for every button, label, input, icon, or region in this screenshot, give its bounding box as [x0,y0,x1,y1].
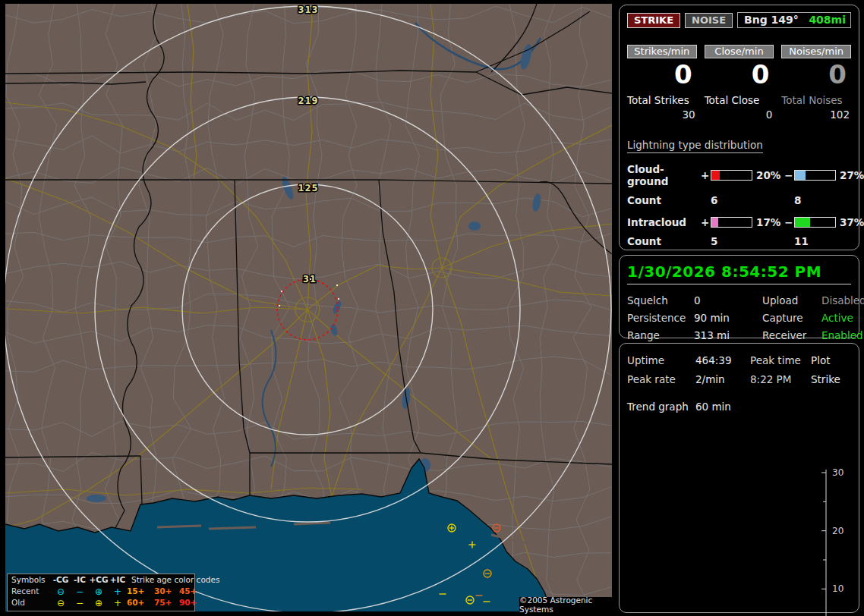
strike-map[interactable]: 31321912531 Symbols -CG -IC +CG +IC Stri… [5,4,612,611]
lake [468,222,481,231]
count-label: Count [627,235,711,247]
status-label: Receiver [762,329,821,341]
distribution-count-row: Count68 [627,194,851,206]
bar-fill [795,171,806,180]
bar-fill [711,218,718,227]
status-label: Persistence [627,312,694,324]
counter-label-button[interactable]: Close/min [705,45,774,58]
positive-count: 5 [711,235,794,247]
status-value: 313 mi [694,329,762,341]
pos-cg-symbol-icon: ⊕ [89,587,109,596]
status-label: Upload [762,294,821,306]
bearing-label: Bng 149° [744,14,799,26]
info-value: Strike [811,373,851,385]
neg-cg-symbol-icon: ⊖ [51,587,71,596]
pos-cg-symbol-icon: ⊕ [89,599,109,608]
plus-sign: + [701,216,711,228]
legend-col-pos-ic: +IC [109,574,127,586]
negative-percent: 37% [836,216,864,228]
counter-column: Close/min0Total Close0 [705,45,774,121]
neg-ic-symbol-icon: − [71,599,89,608]
positive-count: 6 [711,194,794,206]
info-label: 8:22 PM [750,373,811,385]
counter-value: 0 [705,61,774,88]
positive-percent: 17% [752,216,784,228]
positive-percent: 20% [752,169,784,181]
minus-sign: − [784,169,794,181]
plus-sign: + [701,169,711,181]
bearing-readout: Bng 149° 408mi [737,12,851,28]
status-label: Capture [762,312,821,324]
strike-dot [310,278,311,280]
status-label: Range [627,329,694,341]
info-label: Uptime [627,354,695,366]
chart-axes [630,470,826,616]
status-value: Disabled [821,294,864,306]
status-label: Squelch [627,294,694,306]
datetime-divider [627,284,851,284]
negative-percent-bar [794,170,836,181]
info-label: Peak rate [627,373,695,385]
negative-count: 8 [794,194,851,206]
age-code: 90+ [179,597,204,608]
status-value: Active [821,312,864,324]
ring-distance-label: 313 [298,5,318,15]
counter-column: Noises/min0Total Noises102 [781,45,851,121]
positive-percent-bar [711,217,752,228]
age-code: 60+ [127,597,154,608]
counter-label-button[interactable]: Noises/min [781,45,851,58]
lake [87,495,106,502]
total-value: 0 [705,108,774,121]
legend-row-label: Old [11,597,51,608]
total-label: Total Close [705,94,774,106]
distribution-row: Intracloud+17%−37% [627,216,851,228]
counter-value: 0 [627,61,697,88]
negative-count: 11 [794,235,851,247]
bar-fill [711,171,720,180]
info-grid: Uptime464:39Peak timePlotPeak rate2/min8… [627,354,851,385]
total-label: Total Strikes [627,94,697,106]
datetime-display: 1/30/2026 8:54:52 PM [627,262,851,281]
noise-button[interactable]: NOISE [685,13,733,28]
status-value: 0 [694,294,762,306]
map-canvas[interactable]: 31321912531 [5,4,612,611]
info-value: 2/min [695,373,750,385]
status-value: 90 min [694,312,762,324]
total-value: 30 [627,108,697,121]
bearing-distance: 408mi [809,14,846,26]
distribution-title: Lightning type distribution [627,139,763,153]
bar-fill [795,218,810,227]
age-code: 45+ [179,586,204,597]
app-window: 31321912531 Symbols -CG -IC +CG +IC Stri… [0,0,864,616]
ring-distance-label: 219 [298,96,318,106]
copyright-attribution: ©2005 Astrogenic Systems [519,597,612,611]
strike-dot [281,291,282,292]
legend-row-label: Recent [11,586,51,597]
legend-symbols-header: Symbols [11,574,51,586]
distribution-type-label: Intracloud [627,216,701,228]
minus-sign: − [784,216,794,228]
distribution-rows: Cloud-ground+20%−27%Count68Intracloud+17… [627,163,851,247]
strike-dot [279,305,280,306]
strike-button[interactable]: STRIKE [627,13,680,28]
pos-ic-symbol-icon: + [109,599,127,608]
legend-col-neg-ic: -IC [71,574,89,586]
legend-age-header: Strike age color codes [127,574,204,586]
strike-dot [338,298,339,300]
age-code: 15+ [127,586,154,597]
counter-column: Strikes/min0Total Strikes30 [627,45,697,121]
neg-ic-symbol-icon: − [71,587,89,596]
trend-graph: 6050403020100min102030 [620,404,858,616]
info-label: Peak time [750,354,811,366]
trend-panel: Uptime464:39Peak timePlotPeak rate2/min8… [619,343,859,613]
counter-value: 0 [781,61,851,88]
info-value: 464:39 [695,354,750,366]
counter-label-button[interactable]: Strikes/min [627,45,697,58]
distribution-row: Cloud-ground+20%−27% [627,163,851,187]
pos-ic-symbol-icon: + [109,587,127,596]
y-tick-label: 30 [832,467,844,478]
distribution-type-label: Cloud-ground [627,163,701,187]
legend-row: Recent⊖−⊕+15+30+45+ [8,586,194,597]
neg-cg-symbol-icon: ⊖ [51,599,71,608]
y-tick-label: 10 [832,583,844,594]
